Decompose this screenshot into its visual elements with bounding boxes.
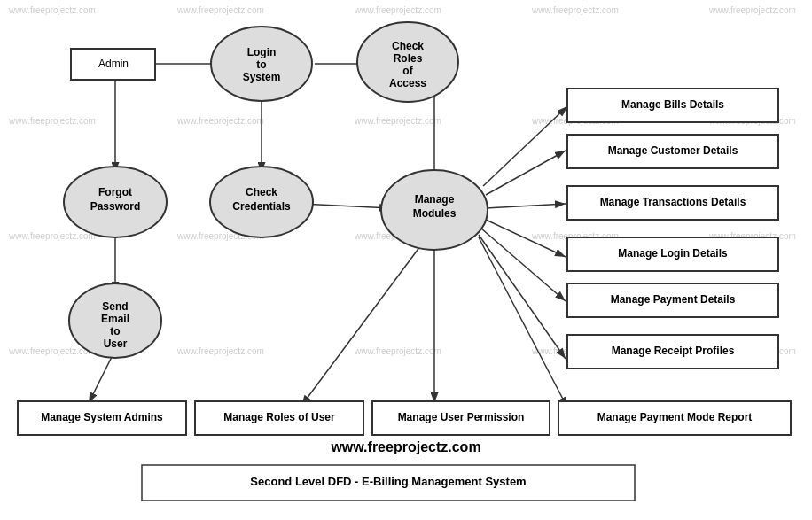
- watermark-18: www.freeprojectz.com: [354, 346, 441, 356]
- caption-text: Second Level DFD - E-Billing Management …: [250, 475, 526, 488]
- manage-payment-mode-label: Manage Payment Mode Report: [597, 411, 753, 423]
- forgot-label2: Password: [90, 200, 141, 213]
- mm-label1: Manage: [415, 193, 455, 206]
- arrow-credentials-manage: [301, 204, 390, 208]
- diagram-container: www.freeprojectz.com www.freeprojectz.co…: [0, 0, 812, 520]
- arrow-mm-receipt: [479, 235, 566, 359]
- login-system-label: Login: [247, 46, 277, 58]
- send-label2: Email: [101, 313, 129, 325]
- send-label4: User: [104, 338, 128, 350]
- manage-payment-label: Manage Payment Details: [611, 293, 736, 306]
- arrow-mm-transactions: [486, 204, 566, 208]
- admin-label: Admin: [98, 58, 129, 70]
- manage-bills-label: Manage Bills Details: [621, 98, 724, 111]
- check-roles-label4: Access: [389, 77, 426, 89]
- arrow-mm-login: [486, 220, 566, 257]
- arrow-mm-paymode: [479, 237, 567, 407]
- send-label3: to: [110, 325, 120, 338]
- watermark-4: www.freeprojectz.com: [531, 5, 619, 15]
- cred-label2: Credentials: [232, 200, 291, 213]
- watermark-1: www.freeprojectz.com: [8, 5, 96, 15]
- login-system-label2: to: [256, 58, 266, 71]
- mm-label2: Modules: [413, 207, 457, 220]
- arrow-mm-bills: [483, 106, 567, 186]
- watermark-17: www.freeprojectz.com: [176, 346, 264, 356]
- check-roles-label3: of: [402, 65, 413, 77]
- cred-label1: Check: [246, 186, 277, 198]
- website-text: www.freeprojectz.com: [330, 439, 480, 454]
- watermark-11: www.freeprojectz.com: [8, 231, 96, 241]
- check-roles-label1: Check: [392, 40, 424, 52]
- manage-customer-label: Manage Customer Details: [608, 144, 738, 157]
- login-system-label3: System: [243, 71, 281, 83]
- check-roles-label2: Roles: [394, 52, 423, 65]
- manage-roles-label: Manage Roles of User: [223, 411, 335, 423]
- manage-user-perm-label: Manage User Permission: [398, 411, 525, 423]
- watermark-3: www.freeprojectz.com: [354, 5, 441, 15]
- watermark-8: www.freeprojectz.com: [354, 116, 441, 126]
- send-label1: Send: [102, 300, 128, 313]
- watermark-2: www.freeprojectz.com: [176, 5, 264, 15]
- manage-sys-admins-label: Manage System Admins: [41, 411, 163, 423]
- watermark-6: www.freeprojectz.com: [8, 116, 96, 126]
- arrow-mm-payment: [481, 229, 566, 301]
- manage-login-label: Manage Login Details: [618, 247, 728, 260]
- watermark-5: www.freeprojectz.com: [708, 5, 796, 15]
- forgot-label1: Forgot: [98, 186, 132, 198]
- watermark-7: www.freeprojectz.com: [176, 116, 264, 126]
- manage-receipt-label: Manage Receipt Profiles: [612, 345, 735, 357]
- manage-transactions-label: Manage Transactions Details: [600, 196, 746, 208]
- arrow-mm-roles: [301, 239, 426, 406]
